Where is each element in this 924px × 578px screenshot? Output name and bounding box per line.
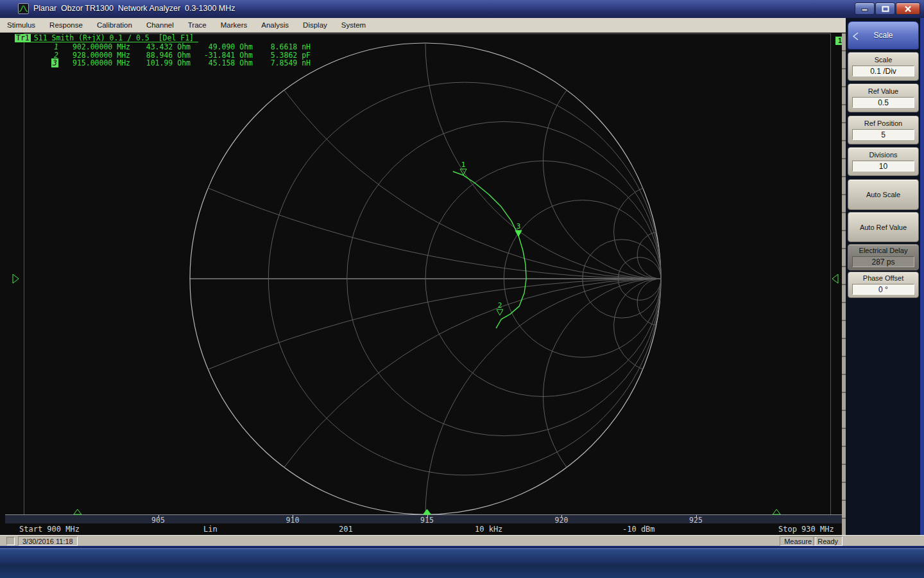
marker-2-label: 2 <box>498 301 502 310</box>
softkey-phase-offset[interactable]: Phase Offset 0 ° <box>848 272 919 298</box>
softkey-header[interactable]: Scale <box>848 21 919 49</box>
marker-2-triangle[interactable] <box>497 310 503 315</box>
taskbar: 1 10 <box>0 547 924 578</box>
back-arrow-icon <box>853 32 859 40</box>
window-border-right <box>920 18 924 547</box>
softkey-auto-ref-value[interactable]: Auto Ref Value <box>848 212 919 242</box>
smith-reactance-arc <box>614 279 661 369</box>
softkey-ref-position-value[interactable]: 5 <box>852 129 914 140</box>
smith-reactance-arc <box>543 279 662 468</box>
softkey-electrical-delay[interactable]: Electrical Delay 287 ps <box>848 244 919 270</box>
softkey-ref-position[interactable]: Ref Position 5 <box>848 116 919 144</box>
ref-position-right-indicator <box>832 274 838 283</box>
status-datetime: 3/30/2016 11:18 <box>18 536 78 546</box>
status-bar: 3/30/2016 11:18 Measure Ready <box>0 535 924 547</box>
softkey-panel: Scale Scale 0.1 /Div Ref Value 0.5 Ref P… <box>846 18 921 535</box>
marker-1-label: 1 <box>461 161 466 169</box>
smith-chart: 123 <box>0 0 924 547</box>
s11-trace <box>453 171 526 328</box>
softkey-electrical-delay-value[interactable]: 287 ps <box>852 256 914 267</box>
softkey-header-label: Scale <box>873 31 893 40</box>
softkey-phase-offset-value[interactable]: 0 ° <box>852 284 914 295</box>
softkey-scale[interactable]: Scale 0.1 /Div <box>848 52 919 81</box>
softkey-divisions-value[interactable]: 10 <box>852 161 914 171</box>
screen: Planar Obzor TR1300 Network Analyzer 0.3… <box>0 0 924 578</box>
marker-3-stimulus-indicator[interactable] <box>424 509 431 514</box>
softkey-ref-value-value[interactable]: 0.5 <box>852 97 914 108</box>
softkey-auto-scale[interactable]: Auto Scale <box>848 179 919 210</box>
marker-1-stimulus-indicator[interactable] <box>74 509 81 514</box>
status-indicator-box <box>6 537 15 545</box>
smith-reactance-arc <box>543 90 662 279</box>
softkey-ref-value[interactable]: Ref Value 0.5 <box>848 83 919 112</box>
marker-3-triangle[interactable] <box>515 231 522 236</box>
marker-3-label: 3 <box>517 222 521 231</box>
softkey-divisions[interactable]: Divisions 10 <box>848 147 919 176</box>
status-ready: Ready <box>813 536 843 546</box>
softkey-scale-value[interactable]: 0.1 /Div <box>852 66 914 76</box>
smith-reactance-arc <box>614 188 661 279</box>
marker-2-stimulus-indicator[interactable] <box>773 509 780 514</box>
status-measure: Measure <box>780 536 816 546</box>
ref-position-left-indicator <box>13 274 19 283</box>
